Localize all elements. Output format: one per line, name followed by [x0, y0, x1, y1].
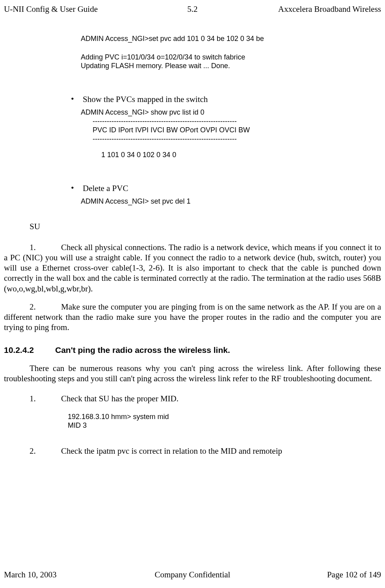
para-1: 1.Check all physical connections. The ra… — [4, 242, 381, 294]
divider-line: ----------------------------------------… — [93, 117, 381, 126]
cli-output-updating: Updating FLASH memory. Please wait ... D… — [81, 61, 381, 70]
cli-mid-output: MID 3 — [68, 421, 381, 430]
bullet-icon: • — [71, 183, 83, 194]
para-1-number: 1. — [30, 242, 61, 252]
step-2: 2.Check the ipatm pvc is correct in rela… — [30, 446, 381, 456]
step-2-number: 2. — [30, 446, 61, 456]
divider-line: ----------------------------------------… — [93, 135, 381, 144]
para-2: 2.Make sure the computer you are pinging… — [4, 302, 381, 333]
bullet-icon: • — [71, 94, 83, 105]
cli-set-pvc-del: ADMIN Access_NGI> set pvc del 1 — [81, 197, 381, 206]
step-1: 1.Check that SU has the proper MID. — [30, 393, 381, 404]
footer-page: Page 102 of 149 — [257, 569, 381, 580]
step-1-text: Check that SU has the proper MID. — [61, 394, 179, 403]
header-left: U-NII Config & User Guide — [4, 4, 128, 15]
step-1-number: 1. — [30, 393, 61, 404]
page-header: U-NII Config & User Guide 5.2 Axxcelera … — [4, 4, 381, 15]
heading-10-2-4-2: 10.2.4.2Can't ping the radio across the … — [4, 345, 381, 355]
heading-text: Can't ping the radio across the wireless… — [55, 345, 230, 354]
su-heading: SU — [30, 221, 381, 232]
page-footer: March 10, 2003 Company Confidential Page… — [4, 569, 381, 580]
para-intro-text: There can be numerous reasons why you ca… — [4, 364, 381, 383]
para-intro: There can be numerous reasons why you ca… — [4, 363, 381, 384]
bullet-show-pvcs: • Show the PVCs mapped in the switch — [71, 94, 381, 105]
cli-system-mid: 192.168.3.10 hmm> system mid — [68, 412, 381, 421]
cli-set-pvc-add: ADMIN Access_NGI>set pvc add 101 0 34 be… — [81, 34, 381, 43]
footer-date: March 10, 2003 — [4, 569, 128, 580]
para-2-number: 2. — [30, 302, 61, 312]
footer-conf: Company Confidential — [130, 569, 255, 580]
cli-show-pvc-list: ADMIN Access_NGI> show pvc list id 0 — [81, 108, 381, 117]
bullet-show-pvcs-label: Show the PVCs mapped in the switch — [83, 94, 208, 105]
header-center: 5.2 — [130, 4, 255, 15]
heading-number: 10.2.4.2 — [4, 345, 55, 355]
bullet-delete-pvc-label: Delete a PVC — [83, 183, 128, 194]
pvc-table-header: PVC ID IPort IVPI IVCI BW OPort OVPI OVC… — [93, 126, 381, 135]
step-2-text: Check the ipatm pvc is correct in relati… — [61, 446, 282, 456]
bullet-delete-pvc: • Delete a PVC — [71, 183, 381, 194]
pvc-table-row: 1 101 0 34 0 102 0 34 0 — [101, 150, 381, 160]
header-right: Axxcelera Broadband Wireless — [257, 4, 381, 15]
cli-output-adding: Adding PVC i=101/0/34 o=102/0/34 to swit… — [81, 53, 381, 62]
